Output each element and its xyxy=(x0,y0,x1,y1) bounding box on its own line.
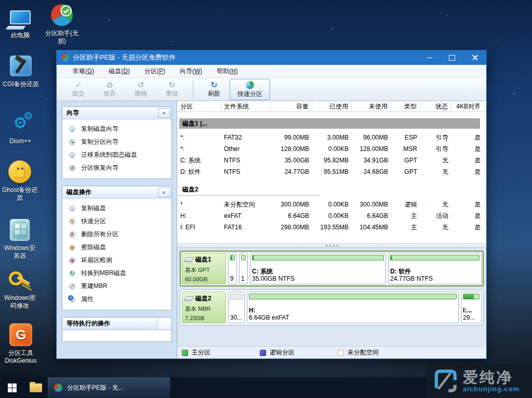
desktop-icon-label: 分区工具DiskGenius xyxy=(1,349,41,365)
column-header-status[interactable]: 状态 xyxy=(420,101,451,112)
sidebar-item-delete-all-partitions[interactable]: ✗ 删除所有分区 xyxy=(62,228,171,241)
table-row[interactable]: *未分配空间300.00MB0.00KB300.00MB逻辑无是 xyxy=(177,199,486,210)
menu-bar: 常规(G) 磁盘(D) 分区(P) 向导(W) 帮助(H) xyxy=(57,65,486,78)
desktop-icon-password-reset[interactable]: Windows密码修改 xyxy=(1,267,38,310)
wizard-section-title: 向导 xyxy=(66,108,79,117)
column-header-partition[interactable]: 分区 xyxy=(177,101,221,112)
sidebar-item-migrate-os-ssd[interactable]: ↓ 迁移系统到固态磁盘 xyxy=(62,148,171,161)
splitter-handle[interactable] xyxy=(177,243,486,248)
disk2-panel[interactable]: 磁盘2 基本 MBR 7.23GB 30... H:6.64GB exFAT xyxy=(180,290,484,325)
disk-ops-section: 磁盘操作 « ↓ 复制磁盘 ↯ 快速分区 ✗ xyxy=(62,186,172,310)
watermark-domain: aichunjing.com xyxy=(463,385,520,393)
desktop-icon-label: 分区助手(无损) xyxy=(44,30,80,45)
collapse-disk-ops-button[interactable]: « xyxy=(158,187,170,197)
rebuild-mbr-icon: ↗ xyxy=(68,282,76,291)
minimize-button[interactable] xyxy=(418,50,441,65)
sidebar-item-rebuild-mbr[interactable]: ↗ 重建MBR xyxy=(62,280,171,293)
discard-button[interactable]: ⊘ 放弃 xyxy=(94,79,125,100)
disk2-label[interactable]: 磁盘2 基本 MBR 7.23GB xyxy=(182,292,226,323)
redo-button[interactable]: ↻ 重做 xyxy=(156,79,188,100)
disk-icon xyxy=(184,296,194,301)
table-row[interactable]: C: 系统NTFS35.00GB95.82MB34.91GBGPT无是 xyxy=(177,155,486,166)
desktop-icon-windows-installer[interactable]: Windows安装器 xyxy=(1,217,38,260)
disk2-partition-i[interactable]: I:...29... xyxy=(461,292,482,323)
this-pc-icon xyxy=(10,10,31,24)
desktop-icon-partition-assistant[interactable]: 分区助手(无损) xyxy=(44,2,80,45)
disk1-partition-msr[interactable]: 1 xyxy=(239,253,248,284)
disk2-partition-h[interactable]: H:6.64GB exFAT xyxy=(247,292,459,323)
disk1-label[interactable]: 磁盘1 基本 GPT 60.00GB xyxy=(182,253,226,284)
desktop-icon-dism[interactable]: ⚙⚙ Dism++ xyxy=(2,110,38,145)
table-row[interactable]: *:Other128.00MB0.00KB128.00MBMSR引导是 xyxy=(177,143,486,155)
table-row[interactable]: D: 软件NTFS24.77GB95.51MB24.68GBGPT无是 xyxy=(177,166,486,177)
undo-button[interactable]: ↺ 撤销 xyxy=(125,79,156,100)
table-row[interactable]: H:exFAT6.64GB0.00KB6.64GB主活动是 xyxy=(177,210,486,222)
desktop-icon-this-pc[interactable]: 此电脑 xyxy=(3,4,37,39)
undo-icon: ↺ xyxy=(137,80,144,89)
quick-partition-button[interactable]: 快速分区 xyxy=(230,79,270,100)
desktop-icon-label: Ghost备份还原 xyxy=(1,186,38,202)
commit-button[interactable]: ✓ 提交 xyxy=(63,79,94,100)
disk1-group-row[interactable]: 磁盘1 (... xyxy=(179,118,480,129)
column-header-4kb-align[interactable]: 4KB对齐 xyxy=(451,101,484,112)
main-content: 分区 文件系统 容量 已使用 未使用 类型 状态 4KB对齐 磁盘1 (... … xyxy=(177,101,486,359)
sidebar-item-copy-disk[interactable]: ↓ 复制磁盘 xyxy=(62,202,171,215)
wipe-disk-icon: ◆ xyxy=(68,243,76,252)
aichunjing-logo-icon xyxy=(432,368,458,394)
migrate-os-icon: ↓ xyxy=(68,151,76,159)
windows-logo-icon xyxy=(8,383,17,392)
desktop-icon-cgi-backup[interactable]: CGI备份还原 xyxy=(1,53,41,88)
menu-help[interactable]: 帮助(H) xyxy=(209,67,245,76)
password-reset-icon xyxy=(8,269,32,290)
taskbar-task-partition-assistant[interactable]: 分区助手PE版 - 无... xyxy=(48,377,170,398)
menu-partition[interactable]: 分区(P) xyxy=(137,67,172,76)
column-header-filesystem[interactable]: 文件系统 xyxy=(221,101,271,112)
disk1-partition-d[interactable]: D: 软件24.77GB NTFS xyxy=(388,253,482,284)
start-button[interactable] xyxy=(0,377,24,398)
disk1-partition-esp[interactable]: 9 xyxy=(228,253,237,284)
folder-icon xyxy=(30,383,42,392)
disk1-partition-c[interactable]: C: 系统35.00GB NTFS xyxy=(250,253,386,284)
partition-table: 分区 文件系统 容量 已使用 未使用 类型 状态 4KB对齐 磁盘1 (... … xyxy=(177,101,486,243)
sidebar-item-copy-partition-wizard[interactable]: ↘ 复制分区向导 xyxy=(62,135,171,148)
menu-wizard[interactable]: 向导(W) xyxy=(172,67,209,76)
column-header-type[interactable]: 类型 xyxy=(391,101,420,112)
table-row[interactable]: I: EFIFAT16298.00MB193.55MB104.45MB主无是 xyxy=(177,222,486,233)
app-icon xyxy=(61,53,70,62)
sidebar-item-bad-sector-test[interactable]: ◉ 坏扇区检测 xyxy=(62,254,171,267)
table-header-row: 分区 文件系统 容量 已使用 未使用 类型 状态 4KB对齐 xyxy=(177,101,486,112)
desktop-icon-label: CGI备份还原 xyxy=(1,80,41,88)
pending-ops-list[interactable] xyxy=(62,330,172,342)
desktop-icon-diskgenius[interactable]: G 分区工具DiskGenius xyxy=(1,322,41,365)
desktop-icon-ghost-backup[interactable]: Ghost备份还原 xyxy=(1,159,38,202)
sidebar-item-quick-partition[interactable]: ↯ 快速分区 xyxy=(62,215,171,228)
close-button[interactable] xyxy=(463,50,486,65)
disk2-unallocated[interactable]: 30... xyxy=(228,292,245,323)
disk1-panel[interactable]: 磁盘1 基本 GPT 60.00GB 9 1 xyxy=(180,251,484,286)
column-header-used[interactable]: 已使用 xyxy=(312,101,352,112)
discard-icon: ⊘ xyxy=(106,80,113,89)
menu-general[interactable]: 常规(G) xyxy=(65,67,101,76)
copy-disk-icon: ↓ xyxy=(68,204,76,213)
sidebar-item-partition-recovery[interactable]: ↺ 分区恢复向导 xyxy=(62,161,171,174)
unallocated-swatch xyxy=(338,350,344,356)
disk-ops-section-title: 磁盘操作 xyxy=(66,188,91,197)
menu-disk[interactable]: 磁盘(D) xyxy=(101,67,137,76)
properties-icon: i xyxy=(68,295,76,304)
refresh-button[interactable]: ↻ 刷新 xyxy=(198,79,230,100)
file-explorer-button[interactable] xyxy=(24,377,48,398)
table-row[interactable]: *:FAT3299.00MB3.00MB96.00MBESP引导是 xyxy=(177,132,486,143)
collapse-wizard-button[interactable]: « xyxy=(158,108,170,118)
disk2-group-row[interactable]: 磁盘2 xyxy=(177,185,486,196)
sidebar-item-wipe-disk[interactable]: ◆ 擦除磁盘 xyxy=(62,241,171,254)
partition-assistant-task-icon xyxy=(54,383,63,392)
sidebar-item-convert-to-mbr[interactable]: ↻ 转换到MBR磁盘 xyxy=(62,267,171,280)
column-header-unused[interactable]: 未使用 xyxy=(352,101,391,112)
sidebar-item-properties[interactable]: i 属性 xyxy=(62,293,171,306)
maximize-button[interactable] xyxy=(441,50,463,65)
sidebar-item-copy-disk-wizard[interactable]: ↓ 复制磁盘向导 xyxy=(62,122,171,135)
redo-icon: ↻ xyxy=(168,80,175,89)
title-bar[interactable]: 分区助手PE版 - 无损分区免费软件 xyxy=(57,50,486,65)
column-header-capacity[interactable]: 容量 xyxy=(271,101,312,112)
primary-partition-swatch xyxy=(182,350,188,356)
